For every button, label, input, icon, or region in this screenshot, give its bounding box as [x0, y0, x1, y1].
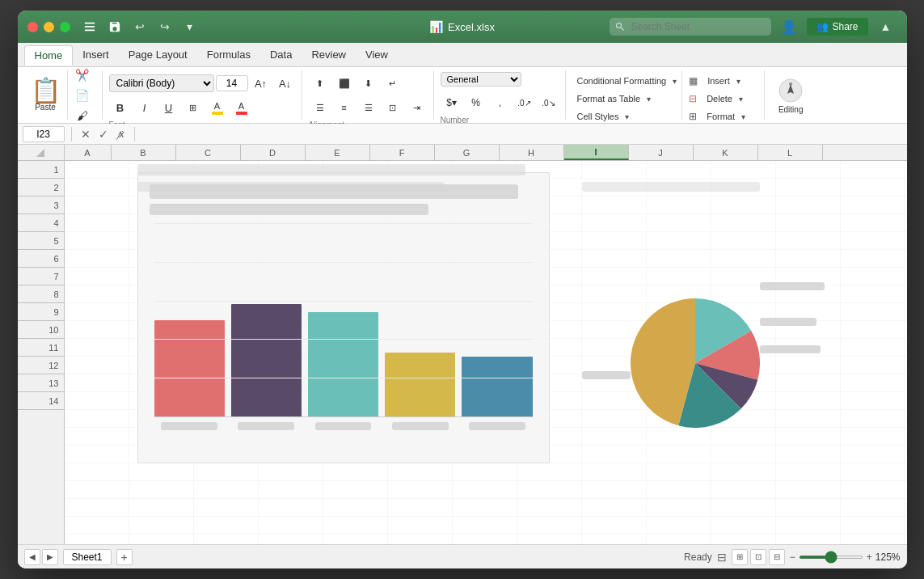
tab-page-layout[interactable]: Page Layout — [119, 45, 197, 64]
merge-btn[interactable]: ⊡ — [382, 96, 404, 119]
underline-button[interactable]: U — [158, 96, 180, 119]
account-icon[interactable]: 👤 — [778, 16, 800, 37]
row-header-14[interactable]: 14 — [18, 392, 64, 410]
page-break-btn[interactable]: ⊟ — [769, 549, 785, 565]
bottom-bar: ◀ ▶ Sheet1 + Ready ⊟ ⊞ ⊡ ⊟ − + 125% — [18, 544, 907, 568]
sidebar-icon[interactable] — [78, 16, 101, 37]
formula-fx-btn[interactable]: 𝑓x — [114, 129, 128, 140]
row-header-7[interactable]: 7 — [18, 268, 64, 285]
row-header-3[interactable]: 3 — [18, 197, 64, 214]
col-header-i[interactable]: I — [564, 145, 629, 160]
row-header-9[interactable]: 9 — [18, 303, 64, 321]
row-header-5[interactable]: 5 — [18, 232, 64, 250]
share-button[interactable]: 👥 Share — [807, 18, 867, 36]
insert-btn[interactable]: Insert — [702, 74, 735, 88]
bar-chart[interactable] — [137, 172, 550, 463]
save-icon[interactable] — [103, 16, 126, 37]
row-header-6[interactable]: 6 — [18, 250, 64, 268]
fill-color-button[interactable]: A — [206, 96, 229, 119]
formula-input[interactable] — [141, 128, 902, 140]
italic-button[interactable]: I — [133, 96, 156, 119]
add-sheet-btn[interactable]: + — [116, 549, 133, 565]
minimize-button[interactable] — [44, 22, 54, 32]
align-center-btn[interactable]: ≡ — [333, 96, 356, 119]
pie-chart[interactable] — [582, 274, 825, 476]
col-header-k[interactable]: K — [694, 145, 758, 160]
row-header-11[interactable]: 11 — [18, 339, 64, 357]
percent-btn[interactable]: % — [465, 91, 487, 114]
zoom-plus-icon[interactable]: + — [867, 552, 872, 563]
decrease-font-btn[interactable]: A↓ — [274, 72, 297, 95]
search-input[interactable] — [610, 18, 771, 36]
row-header-12[interactable]: 12 — [18, 357, 64, 374]
format-btn[interactable]: Format — [702, 109, 740, 124]
col-header-j[interactable]: J — [629, 145, 694, 160]
col-header-f[interactable]: F — [370, 145, 435, 160]
tab-view[interactable]: View — [356, 45, 398, 64]
undo-icon[interactable]: ↩ — [129, 16, 151, 37]
font-size-input[interactable] — [216, 75, 248, 91]
chevron-icon[interactable]: ▲ — [875, 16, 897, 37]
format-as-table-btn[interactable]: Format as Table — [572, 91, 646, 106]
formula-confirm-btn[interactable]: ✓ — [96, 128, 111, 141]
row-header-2[interactable]: 2 — [18, 179, 64, 197]
nav-prev-btn[interactable]: ◀ — [24, 549, 40, 565]
redo-icon[interactable]: ↪ — [154, 16, 176, 37]
col-header-l[interactable]: L — [758, 145, 823, 160]
dec-decrease-btn[interactable]: .0↘ — [538, 91, 560, 114]
ribbon: 📋 Paste ✂️ 📄 🖌 Calibri (Body) A↑ A↓ — [18, 67, 907, 124]
row-header-4[interactable]: 4 — [18, 214, 64, 232]
align-bottom-btn[interactable]: ⬇ — [357, 72, 380, 95]
tab-data[interactable]: Data — [260, 45, 302, 64]
cell-reference-input[interactable] — [23, 126, 65, 142]
zoom-slider[interactable] — [799, 556, 863, 559]
zoom-minus-icon[interactable]: − — [790, 552, 795, 563]
tab-home[interactable]: Home — [24, 45, 74, 66]
align-left-btn[interactable]: ☰ — [309, 96, 331, 119]
wrap-text-btn[interactable]: ↵ — [382, 72, 404, 95]
tab-insert[interactable]: Insert — [73, 45, 119, 64]
nav-next-btn[interactable]: ▶ — [42, 549, 58, 565]
close-button[interactable] — [27, 22, 38, 32]
row-header-13[interactable]: 13 — [18, 374, 64, 392]
dec-increase-btn[interactable]: .0↗ — [513, 91, 536, 114]
indent-btn[interactable]: ⇥ — [406, 96, 428, 119]
align-middle-btn[interactable]: ⬛ — [333, 72, 356, 95]
comma-btn[interactable]: , — [489, 91, 512, 114]
increase-font-btn[interactable]: A↑ — [250, 72, 272, 95]
format-painter-button[interactable]: 🖌 — [71, 107, 94, 125]
align-right-btn[interactable]: ☰ — [357, 96, 380, 119]
normal-view-btn[interactable]: ⊞ — [732, 549, 748, 565]
sheet-tab[interactable]: Sheet1 — [63, 549, 112, 565]
font-color-button[interactable]: A — [230, 96, 253, 119]
col-header-c[interactable]: C — [176, 145, 241, 160]
tab-review[interactable]: Review — [302, 45, 356, 64]
row-header-8[interactable]: 8 — [18, 285, 64, 303]
formula-cancel-btn[interactable]: ✕ — [78, 128, 93, 141]
conditional-formatting-btn[interactable]: Conditional Formatting — [572, 74, 672, 88]
col-header-e[interactable]: E — [306, 145, 370, 160]
col-header-d[interactable]: D — [241, 145, 306, 160]
cut-button[interactable]: ✂️ — [71, 66, 94, 84]
copy-button[interactable]: 📄 — [71, 87, 94, 104]
delete-btn[interactable]: Delete — [702, 91, 737, 106]
formula-divider — [71, 127, 72, 142]
col-header-b[interactable]: B — [112, 145, 176, 160]
border-button[interactable]: ⊞ — [182, 96, 205, 119]
tab-formulas[interactable]: Formulas — [197, 45, 260, 64]
bold-button[interactable]: B — [109, 96, 132, 119]
maximize-button[interactable] — [60, 22, 70, 32]
more-icon[interactable]: ▾ — [179, 16, 201, 37]
align-top-btn[interactable]: ⬆ — [309, 72, 331, 95]
font-family-select[interactable]: Calibri (Body) — [109, 74, 214, 92]
row-header-10[interactable]: 10 — [18, 321, 64, 339]
col-header-a[interactable]: A — [65, 145, 112, 160]
row-header-1[interactable]: 1 — [18, 161, 64, 179]
page-layout-btn[interactable]: ⊡ — [750, 549, 766, 565]
number-format-select[interactable]: General — [441, 72, 521, 87]
cell-styles-btn[interactable]: Cell Styles — [572, 109, 624, 124]
paste-button[interactable]: 📋 Paste — [26, 70, 65, 120]
col-header-g[interactable]: G — [435, 145, 500, 160]
currency-btn[interactable]: $▾ — [441, 91, 463, 114]
col-header-h[interactable]: H — [500, 145, 564, 160]
